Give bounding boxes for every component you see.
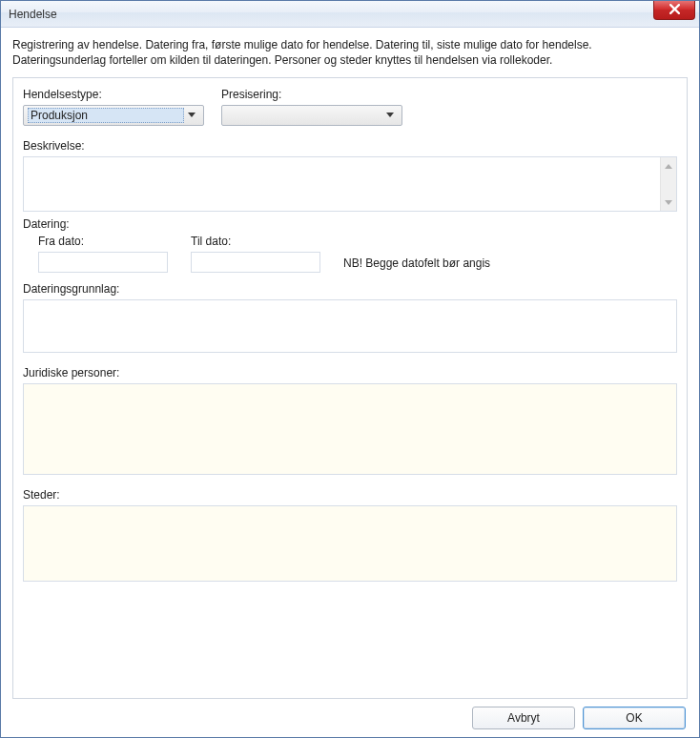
button-row: Avbryt OK	[12, 699, 688, 729]
intro-text: Registrering av hendelse. Datering fra, …	[12, 37, 688, 68]
type-row: Hendelsestype: Produksjon Presisering:	[23, 88, 677, 126]
dateringsgrunnlag-label: Dateringsgrunnlag:	[23, 282, 677, 296]
date-note: NB! Begge datofelt bør angis	[343, 256, 490, 273]
chevron-down-icon	[184, 113, 199, 118]
hendelsestype-label: Hendelsestype:	[23, 88, 204, 101]
cancel-button-label: Avbryt	[507, 711, 540, 725]
beskrivelse-label: Beskrivelse:	[23, 139, 677, 153]
juridiske-personer-box[interactable]	[23, 383, 677, 475]
ok-button[interactable]: OK	[583, 707, 686, 729]
presisering-combo[interactable]	[221, 105, 402, 126]
presisering-label: Presisering:	[221, 88, 402, 101]
fra-dato-input[interactable]	[38, 252, 168, 273]
ok-button-label: OK	[626, 711, 642, 725]
til-dato-group: Til dato:	[191, 235, 320, 273]
scrollbar[interactable]	[660, 157, 676, 211]
datering-label: Datering:	[23, 217, 677, 231]
juridiske-personer-label: Juridiske personer:	[23, 366, 677, 379]
close-button[interactable]	[653, 1, 695, 20]
dialog-window: Hendelse Registrering av hendelse. Dater…	[0, 0, 700, 738]
content-area: Registrering av hendelse. Datering fra, …	[1, 28, 699, 737]
titlebar: Hendelse	[1, 1, 699, 28]
dating-group: Datering: Fra dato: Til dato: NB! Begge …	[23, 217, 677, 273]
chevron-down-icon	[382, 113, 398, 118]
date-row: Fra dato: Til dato: NB! Begge datofelt b…	[23, 235, 677, 273]
window-title: Hendelse	[9, 8, 57, 21]
scroll-down-icon[interactable]	[661, 195, 677, 211]
til-dato-label: Til dato:	[191, 235, 320, 248]
form-panel: Hendelsestype: Produksjon Presisering:	[12, 77, 688, 699]
close-icon	[669, 4, 680, 17]
presisering-group: Presisering:	[221, 88, 402, 126]
hendelsestype-value: Produksjon	[28, 108, 184, 123]
scroll-up-icon[interactable]	[661, 157, 677, 174]
steder-label: Steder:	[23, 488, 677, 502]
fra-dato-label: Fra dato:	[38, 235, 168, 248]
cancel-button[interactable]: Avbryt	[472, 707, 575, 729]
beskrivelse-textarea[interactable]	[23, 156, 677, 212]
dateringsgrunnlag-box[interactable]	[23, 299, 677, 353]
fra-dato-group: Fra dato:	[38, 235, 168, 273]
til-dato-input[interactable]	[191, 252, 320, 273]
steder-box[interactable]	[23, 505, 677, 582]
hendelsestype-combo[interactable]: Produksjon	[23, 105, 204, 126]
hendelsestype-group: Hendelsestype: Produksjon	[23, 88, 204, 126]
